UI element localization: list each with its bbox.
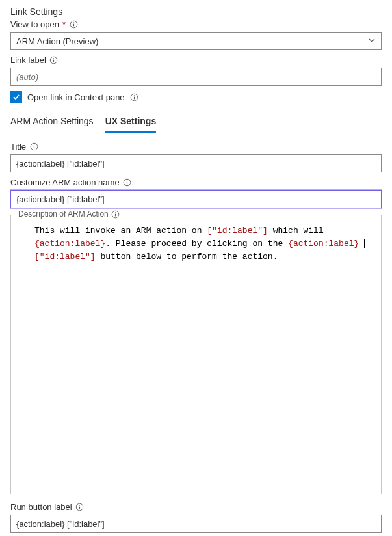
info-icon[interactable] (123, 178, 132, 187)
open-in-context-checkbox[interactable] (10, 91, 22, 103)
svg-rect-1 (73, 24, 73, 27)
svg-rect-14 (127, 180, 127, 181)
view-to-open-value: ARM Action (Preview) (16, 36, 98, 46)
run-button-label-text: Run button label (10, 502, 72, 512)
title-field: Title (10, 142, 382, 172)
description-field: Description of ARM Action This will invo… (10, 215, 382, 494)
info-icon[interactable] (111, 209, 120, 219)
svg-rect-20 (79, 505, 80, 505)
svg-rect-13 (127, 182, 127, 185)
view-to-open-select[interactable]: ARM Action (Preview) (10, 32, 382, 50)
view-to-open-field: View to open * ARM Action (Preview) (10, 20, 382, 50)
run-button-label-input[interactable] (10, 515, 382, 533)
svg-rect-2 (73, 22, 73, 23)
info-icon[interactable] (130, 92, 139, 101)
description-label: Description of ARM Action (18, 209, 109, 219)
customize-arm-name-label: Customize ARM action name (10, 178, 120, 187)
run-button-label-field: Run button label (10, 502, 382, 533)
svg-rect-7 (134, 96, 135, 99)
customize-arm-name-input[interactable] (10, 190, 382, 208)
title-label: Title (10, 142, 26, 152)
link-label-text: Link label (10, 55, 46, 65)
text-cursor-icon (364, 239, 365, 248)
svg-rect-4 (53, 60, 54, 62)
view-to-open-label: View to open (10, 20, 59, 29)
svg-rect-17 (115, 212, 116, 213)
tab-arm-action-settings[interactable]: ARM Action Settings (10, 112, 94, 133)
page-title: Link Settings (10, 7, 382, 17)
open-in-context-label: Open link in Context pane (27, 92, 125, 102)
open-in-context-row: Open link in Context pane (10, 91, 382, 103)
customize-arm-name-field: Customize ARM action name (10, 178, 382, 208)
tabs: ARM Action Settings UX Settings (10, 112, 382, 133)
required-star-icon: * (62, 20, 66, 29)
link-label-input[interactable] (10, 68, 382, 86)
svg-rect-8 (134, 95, 135, 96)
svg-rect-10 (34, 146, 34, 149)
svg-rect-19 (79, 507, 80, 509)
title-input[interactable] (10, 154, 382, 172)
link-label-field: Link label (10, 55, 382, 86)
info-icon[interactable] (69, 20, 78, 29)
chevron-down-icon (368, 36, 376, 46)
info-icon[interactable] (49, 56, 59, 65)
svg-rect-11 (34, 144, 34, 145)
svg-rect-5 (53, 58, 54, 59)
description-editor[interactable]: This will invoke an ARM action on ["id:l… (10, 215, 382, 494)
tab-ux-settings[interactable]: UX Settings (105, 112, 157, 133)
svg-rect-16 (115, 213, 116, 216)
info-icon[interactable] (75, 503, 85, 512)
info-icon[interactable] (29, 142, 38, 152)
